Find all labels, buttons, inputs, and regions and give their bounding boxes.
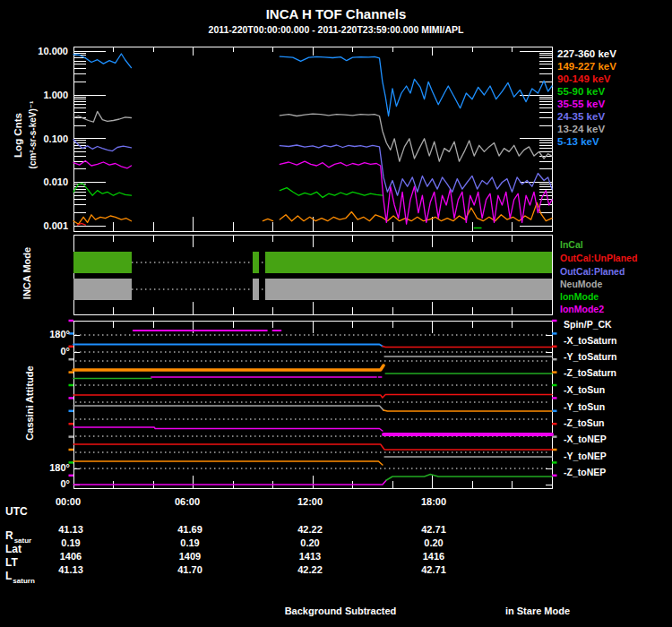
time-tick-label: 00:00 — [41, 496, 95, 507]
table-cell: 41.13 — [42, 524, 99, 535]
attitude-orange-line-left-2 — [73, 461, 383, 465]
table-cell: 41.69 — [161, 524, 219, 535]
tof-series-13-24-keV — [73, 111, 132, 122]
table-cell: 1416 — [405, 551, 462, 562]
table-cell: 42.22 — [281, 524, 339, 535]
mode-legend-InCal: InCal — [560, 239, 583, 250]
att-panel-plot — [69, 321, 557, 488]
row-label-subscript: saturn — [13, 577, 34, 585]
utc-row-label: UTC — [5, 505, 28, 518]
tof-legend-90-149-keV: 90-149 keV — [557, 73, 610, 84]
attitude-orange-line-right-1 — [383, 410, 552, 411]
neu-mode-bar — [253, 279, 259, 300]
ion-mode-bar — [73, 252, 132, 273]
attitude-magenta-line-bottom — [73, 480, 386, 485]
tof-ytick-label: 1.000 — [23, 90, 68, 100]
attitude-orange-thick-left — [73, 365, 383, 370]
attitude-legend--Y-toNEP: -Y_toNEP — [564, 451, 607, 461]
stare-mode-note: in Stare Mode — [484, 606, 591, 616]
attitude-red-line-right-top — [383, 347, 552, 348]
attitude-blue-line-left — [73, 345, 383, 347]
tof-ytick-label: 0.010 — [23, 176, 68, 187]
tof-legend-227-360-keV: 227-360 keV — [557, 48, 616, 59]
attitude-legend--Y-toSaturn: -Y_toSaturn — [564, 351, 617, 362]
time-tick-label: 12:00 — [283, 496, 337, 507]
attitude-red-line-mid — [73, 395, 552, 399]
attitude-ytick-label: 0° — [25, 346, 70, 356]
attitude-gray-line-left-1 — [73, 406, 383, 410]
ion-mode-bar — [265, 252, 552, 273]
time-tick-label: 06:00 — [160, 496, 214, 507]
row-label: LT — [5, 556, 18, 569]
mode-legend-IonMode2: IonMode2 — [560, 304, 604, 314]
table-cell: 41.13 — [42, 564, 99, 575]
mode-legend-OutCal-UnPlaned: OutCal:UnPlaned — [560, 253, 637, 263]
time-range-subtitle: 2011-220T00:00:00.000 - 2011-220T23:59:0… — [0, 24, 672, 35]
attitude-legend-Spin-P-CK: Spin/P_CK — [564, 319, 612, 330]
inca-tof-plot-screen: INCA H TOF Channels 2011-220T00:00:00.00… — [0, 0, 672, 627]
neu-mode-bar — [73, 279, 132, 300]
tof-legend-24-35-keV: 24-35 keV — [557, 111, 605, 122]
mode-panel-plot — [73, 235, 552, 314]
table-cell: 42.71 — [405, 524, 462, 535]
mode-legend-OutCal-Planed: OutCal:Planed — [560, 266, 625, 277]
table-cell: 0.19 — [161, 537, 219, 548]
row-label: Lat — [5, 543, 22, 555]
tof-series-35-55-keV — [73, 161, 132, 168]
table-cell: 41.70 — [161, 564, 219, 575]
tof-legend-35-55-keV: 35-55 keV — [557, 99, 605, 109]
attitude-legend--Y-toSun: -Y_toSun — [564, 401, 605, 412]
row-label: L — [5, 570, 12, 582]
attitude-legend--Z-toSaturn: -Z_toSaturn — [564, 367, 616, 378]
tof-panel-plot — [73, 47, 552, 231]
mode-legend-IonMode: IonMode — [560, 291, 599, 302]
table-cell: 42.71 — [405, 564, 462, 575]
tof-series-149-227-keV — [263, 219, 272, 220]
attitude-legend--Z-toSun: -Z_toSun — [564, 417, 605, 428]
tof-ytick-label: 0.001 — [23, 220, 68, 231]
table-cell: 0.20 — [405, 537, 462, 548]
tof-legend-13-24-keV: 13-24 keV — [557, 124, 605, 134]
table-row-header-L: Lsaturn — [5, 570, 34, 582]
table-cell: 0.19 — [42, 537, 99, 548]
table-cell: 1409 — [161, 551, 219, 562]
tof-legend-149-227-keV: 149-227 keV — [557, 61, 616, 72]
table-row-header-R: Rsatur — [5, 529, 30, 542]
tof-series-149-227-keV — [73, 215, 132, 224]
attitude-legend--X-toNEP: -X_toNEP — [564, 434, 607, 444]
time-tick-label: 18:00 — [407, 496, 461, 507]
mode-legend-NeuMode: NeuMode — [560, 279, 602, 289]
att-panel-frame — [73, 321, 552, 488]
table-cell: 1406 — [42, 551, 99, 562]
tof-legend-5-13-keV: 5-13 keV — [557, 136, 599, 147]
tof-series-13-24-keV — [280, 114, 552, 161]
attitude-legend--X-toSaturn: -X_toSaturn — [564, 335, 617, 346]
page-title: INCA H TOF Channels — [0, 6, 672, 21]
neu-mode-bar — [265, 279, 552, 300]
tof-series-55-90-keV — [280, 188, 383, 198]
attitude-green-line-bottom-right — [386, 475, 552, 481]
table-cell: 1413 — [281, 551, 339, 562]
background-subtracted-note: Background Subtracted — [251, 606, 430, 616]
table-row-header-Lat: Lat — [5, 543, 22, 555]
ion-mode-bar — [253, 252, 259, 273]
tof-series-24-35-keV — [280, 145, 552, 195]
attitude-legend--Z-toNEP: -Z_toNEP — [564, 467, 606, 477]
attitude-ytick-label: 0° — [25, 478, 70, 489]
tof-series-5-13-keV — [280, 56, 552, 116]
tof-ytick-label: 0.100 — [23, 133, 68, 144]
table-row-header-LT: LT — [5, 556, 18, 569]
row-label: R — [5, 529, 13, 542]
table-cell: 0.20 — [281, 537, 339, 548]
tof-legend-55-90-keV: 55-90 keV — [557, 86, 605, 97]
attitude-legend--X-toSun: -X_toSun — [564, 384, 605, 395]
attitude-ytick-label: 180° — [25, 329, 70, 339]
attitude-ytick-label: 180° — [25, 462, 70, 473]
attitude-magenta-line-left-2 — [73, 427, 383, 431]
tof-series-35-55-keV — [280, 161, 552, 224]
attitude-red-line-low — [73, 444, 552, 450]
table-cell: 42.22 — [281, 564, 339, 575]
tof-ytick-label: 10.000 — [23, 46, 68, 56]
